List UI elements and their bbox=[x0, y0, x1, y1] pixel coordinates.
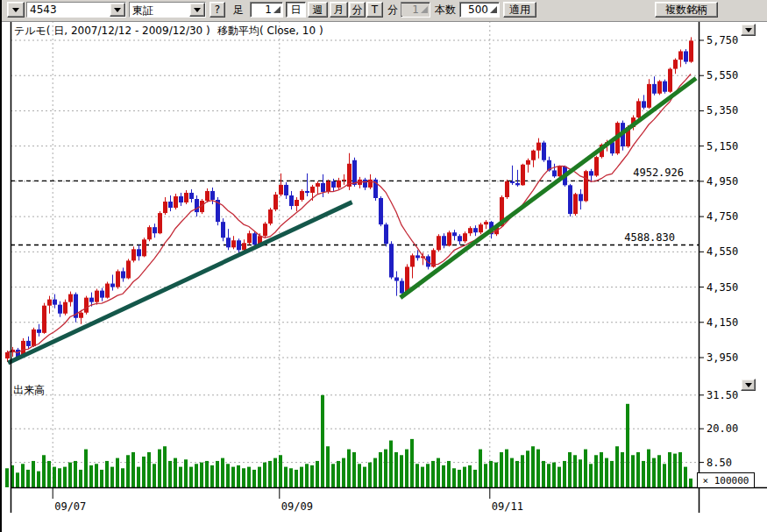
price-axis-label: 4,950 bbox=[707, 175, 738, 188]
symbol-combo-arrow[interactable] bbox=[110, 3, 125, 17]
chevron-down-icon bbox=[114, 8, 121, 12]
period-week-button[interactable]: 週 bbox=[308, 2, 328, 18]
market-value: 東証 bbox=[130, 3, 189, 17]
level-value-label: 4952.926 bbox=[633, 167, 684, 179]
price-axis-label: 5,350 bbox=[707, 104, 738, 117]
level-value-label: 4588.830 bbox=[624, 231, 675, 244]
bar-type-label: 足 bbox=[233, 2, 244, 18]
toolbar: 4543 東証 ? 足 1 日 週 月 分 T 分 1 本数 500 適用 複数… bbox=[2, 0, 767, 22]
chart-title: テルモ( 日, 2007/12/12 - 2009/12/30 ) bbox=[14, 24, 210, 39]
price-axis-label: 4,550 bbox=[707, 245, 738, 258]
moving-average-legend: 移動平均( Close, 10 ) bbox=[217, 24, 323, 39]
stock-chart-app: 4952.9264588.830 5,7505,5505,3505,1504,9… bbox=[0, 0, 767, 532]
period-minute-button[interactable]: 分 bbox=[349, 2, 366, 18]
bar-count-label: 本数 bbox=[435, 2, 456, 18]
period-month-button[interactable]: 月 bbox=[330, 2, 348, 18]
period-day-button[interactable]: 日 bbox=[286, 2, 306, 18]
symbol-list-dropdown-button[interactable] bbox=[7, 2, 25, 18]
price-scale-button[interactable] bbox=[741, 24, 756, 36]
bar-interval-value: 1 bbox=[251, 4, 273, 16]
volume-scale-button[interactable] bbox=[741, 379, 756, 391]
chevron-down-icon bbox=[745, 383, 752, 387]
chart-canvas: 4952.9264588.830 5,7505,5505,3505,1504,9… bbox=[2, 0, 767, 532]
price-axis-label: 5,750 bbox=[707, 34, 738, 46]
bar-interval-stepper[interactable]: 1 bbox=[250, 2, 283, 18]
axes: 5,7505,5505,3505,1504,9504,7504,5504,350… bbox=[11, 21, 767, 513]
period-tick-button[interactable]: T bbox=[366, 2, 383, 18]
chevron-down-icon bbox=[194, 8, 201, 12]
volume-pane-label: 出来高 bbox=[13, 383, 45, 398]
apply-button[interactable]: 適用 bbox=[503, 2, 536, 18]
market-combo[interactable]: 東証 bbox=[129, 2, 206, 18]
market-combo-arrow[interactable] bbox=[189, 3, 205, 17]
spinner-icon bbox=[421, 6, 428, 13]
volume-axis-label: 31.50 bbox=[707, 389, 738, 401]
chevron-down-icon bbox=[12, 8, 19, 12]
price-axis-label: 5,150 bbox=[707, 140, 738, 153]
candlesticks bbox=[5, 37, 693, 362]
bar-count-value: 500 bbox=[460, 4, 490, 16]
spinner-icon bbox=[490, 6, 497, 13]
bar-count-stepper[interactable]: 500 bbox=[459, 2, 500, 18]
help-button[interactable]: ? bbox=[210, 2, 225, 18]
symbol-value: 4543 bbox=[27, 3, 110, 17]
volume-axis-label: 20.00 bbox=[707, 422, 738, 435]
date-axis-label: 09/09 bbox=[281, 500, 313, 513]
moving-average-line bbox=[7, 74, 691, 353]
minute-stepper: 1 bbox=[401, 2, 430, 18]
date-axis-label: 09/11 bbox=[492, 500, 523, 513]
price-axis-label: 3,950 bbox=[707, 351, 738, 364]
price-axis-label: 4,350 bbox=[707, 281, 738, 294]
volume-bars bbox=[5, 395, 692, 487]
chevron-down-icon bbox=[745, 28, 752, 32]
price-axis-label: 4,150 bbox=[707, 316, 738, 329]
date-axis-label: 09/07 bbox=[54, 500, 86, 513]
spinner-icon bbox=[273, 6, 281, 13]
grid-lines bbox=[11, 21, 699, 487]
price-axis-label: 5,550 bbox=[707, 69, 738, 82]
price-axis-label: 4,750 bbox=[707, 210, 738, 223]
multi-symbol-button[interactable]: 複数銘柄 bbox=[655, 2, 718, 18]
volume-unit-box: × 100000 bbox=[697, 472, 755, 488]
trend-lines bbox=[8, 78, 696, 363]
volume-axis-label: 8.50 bbox=[707, 457, 732, 469]
minute-value: 1 bbox=[401, 4, 421, 16]
symbol-combo[interactable]: 4543 bbox=[26, 2, 126, 18]
minute-label: 分 bbox=[387, 2, 398, 18]
